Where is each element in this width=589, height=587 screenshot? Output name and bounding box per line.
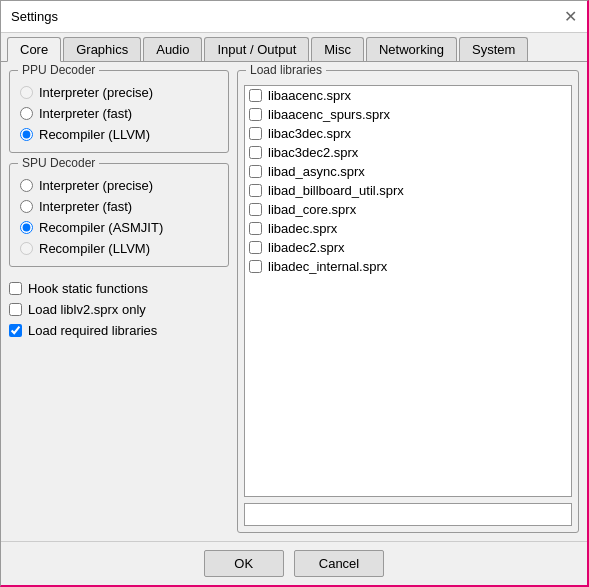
lib-checkbox-libad-core[interactable]: [249, 203, 262, 216]
bottom-checkboxes: Hook static functions Load liblv2.sprx o…: [9, 281, 229, 338]
lib-checkbox-libac3dec2[interactable]: [249, 146, 262, 159]
spu-interpreter-fast-item[interactable]: Interpreter (fast): [20, 199, 218, 214]
list-item: libad_async.sprx: [245, 162, 571, 181]
ppu-interpreter-precise-item[interactable]: Interpreter (precise): [20, 85, 218, 100]
ppu-radio-group: Interpreter (precise) Interpreter (fast)…: [20, 85, 218, 142]
spu-recompiler-llvm-item[interactable]: Recompiler (LLVM): [20, 241, 218, 256]
lib-checkbox-libadec2[interactable]: [249, 241, 262, 254]
ppu-interpreter-precise-label: Interpreter (precise): [39, 85, 153, 100]
ppu-interpreter-precise-radio[interactable]: [20, 86, 33, 99]
lib-label-libac3dec2: libac3dec2.sprx: [268, 145, 358, 160]
list-item: libac3dec2.sprx: [245, 143, 571, 162]
lib-checkbox-libac3dec[interactable]: [249, 127, 262, 140]
spu-recompiler-asmjit-label: Recompiler (ASMJIT): [39, 220, 163, 235]
lib-label-libaacenc-spurs: libaacenc_spurs.sprx: [268, 107, 390, 122]
load-required-item[interactable]: Load required libraries: [9, 323, 229, 338]
ppu-interpreter-fast-item[interactable]: Interpreter (fast): [20, 106, 218, 121]
spu-recompiler-asmjit-item[interactable]: Recompiler (ASMJIT): [20, 220, 218, 235]
ppu-interpreter-fast-radio[interactable]: [20, 107, 33, 120]
lib-label-libad-async: libad_async.sprx: [268, 164, 365, 179]
spu-radio-group: Interpreter (precise) Interpreter (fast)…: [20, 178, 218, 256]
tab-core[interactable]: Core: [7, 37, 61, 62]
spu-interpreter-precise-radio[interactable]: [20, 179, 33, 192]
load-libraries-title: Load libraries: [246, 63, 326, 77]
ppu-interpreter-fast-label: Interpreter (fast): [39, 106, 132, 121]
list-item: libadec_internal.sprx: [245, 257, 571, 276]
lib-label-libad-billboard-util: libad_billboard_util.sprx: [268, 183, 404, 198]
tab-graphics[interactable]: Graphics: [63, 37, 141, 61]
tab-system[interactable]: System: [459, 37, 528, 61]
lib-checkbox-libaacenc-spurs[interactable]: [249, 108, 262, 121]
load-libraries-group: Load libraries libaacenc.sprxlibaacenc_s…: [237, 70, 579, 533]
main-content: PPU Decoder Interpreter (precise) Interp…: [1, 62, 587, 541]
load-required-checkbox[interactable]: [9, 324, 22, 337]
libraries-list-inner: libaacenc.sprxlibaacenc_spurs.sprxlibac3…: [245, 86, 571, 276]
lib-label-libaacenc: libaacenc.sprx: [268, 88, 351, 103]
load-required-label: Load required libraries: [28, 323, 157, 338]
left-panel: PPU Decoder Interpreter (precise) Interp…: [9, 70, 229, 533]
ok-button[interactable]: OK: [204, 550, 284, 577]
ppu-recompiler-llvm-item[interactable]: Recompiler (LLVM): [20, 127, 218, 142]
spu-decoder-group: SPU Decoder Interpreter (precise) Interp…: [9, 163, 229, 267]
spu-recompiler-llvm-label: Recompiler (LLVM): [39, 241, 150, 256]
list-item: libadec2.sprx: [245, 238, 571, 257]
settings-window: Settings ✕ Core Graphics Audio Input / O…: [0, 0, 589, 587]
window-title: Settings: [11, 9, 58, 24]
lib-checkbox-libad-billboard-util[interactable]: [249, 184, 262, 197]
library-search-input[interactable]: [244, 503, 572, 526]
footer: OK Cancel: [1, 541, 587, 585]
cancel-button[interactable]: Cancel: [294, 550, 384, 577]
hook-static-label: Hook static functions: [28, 281, 148, 296]
lib-label-libadec: libadec.sprx: [268, 221, 337, 236]
tab-networking[interactable]: Networking: [366, 37, 457, 61]
spu-interpreter-precise-label: Interpreter (precise): [39, 178, 153, 193]
ppu-decoder-group: PPU Decoder Interpreter (precise) Interp…: [9, 70, 229, 153]
list-item: libac3dec.sprx: [245, 124, 571, 143]
lib-label-libadec-internal: libadec_internal.sprx: [268, 259, 387, 274]
ppu-recompiler-llvm-label: Recompiler (LLVM): [39, 127, 150, 142]
spu-recompiler-asmjit-radio[interactable]: [20, 221, 33, 234]
lib-checkbox-libadec-internal[interactable]: [249, 260, 262, 273]
close-button[interactable]: ✕: [564, 9, 577, 25]
list-item: libaacenc.sprx: [245, 86, 571, 105]
spu-interpreter-fast-label: Interpreter (fast): [39, 199, 132, 214]
tab-bar: Core Graphics Audio Input / Output Misc …: [1, 33, 587, 62]
lib-checkbox-libadec[interactable]: [249, 222, 262, 235]
hook-static-item[interactable]: Hook static functions: [9, 281, 229, 296]
spu-decoder-title: SPU Decoder: [18, 156, 99, 170]
hook-static-checkbox[interactable]: [9, 282, 22, 295]
load-liblv2-item[interactable]: Load liblv2.sprx only: [9, 302, 229, 317]
spu-interpreter-precise-item[interactable]: Interpreter (precise): [20, 178, 218, 193]
list-item: libad_billboard_util.sprx: [245, 181, 571, 200]
list-item: libaacenc_spurs.sprx: [245, 105, 571, 124]
libraries-list[interactable]: libaacenc.sprxlibaacenc_spurs.sprxlibac3…: [244, 85, 572, 497]
list-item: libad_core.sprx: [245, 200, 571, 219]
lib-checkbox-libaacenc[interactable]: [249, 89, 262, 102]
tab-audio[interactable]: Audio: [143, 37, 202, 61]
ppu-recompiler-llvm-radio[interactable]: [20, 128, 33, 141]
tab-input-output[interactable]: Input / Output: [204, 37, 309, 61]
lib-label-libadec2: libadec2.sprx: [268, 240, 345, 255]
load-liblv2-checkbox[interactable]: [9, 303, 22, 316]
spu-recompiler-llvm-radio[interactable]: [20, 242, 33, 255]
list-item: libadec.sprx: [245, 219, 571, 238]
spu-interpreter-fast-radio[interactable]: [20, 200, 33, 213]
lib-label-libac3dec: libac3dec.sprx: [268, 126, 351, 141]
title-bar: Settings ✕: [1, 1, 587, 33]
tab-misc[interactable]: Misc: [311, 37, 364, 61]
lib-label-libad-core: libad_core.sprx: [268, 202, 356, 217]
lib-checkbox-libad-async[interactable]: [249, 165, 262, 178]
ppu-decoder-title: PPU Decoder: [18, 63, 99, 77]
load-liblv2-label: Load liblv2.sprx only: [28, 302, 146, 317]
right-panel: Load libraries libaacenc.sprxlibaacenc_s…: [237, 70, 579, 533]
